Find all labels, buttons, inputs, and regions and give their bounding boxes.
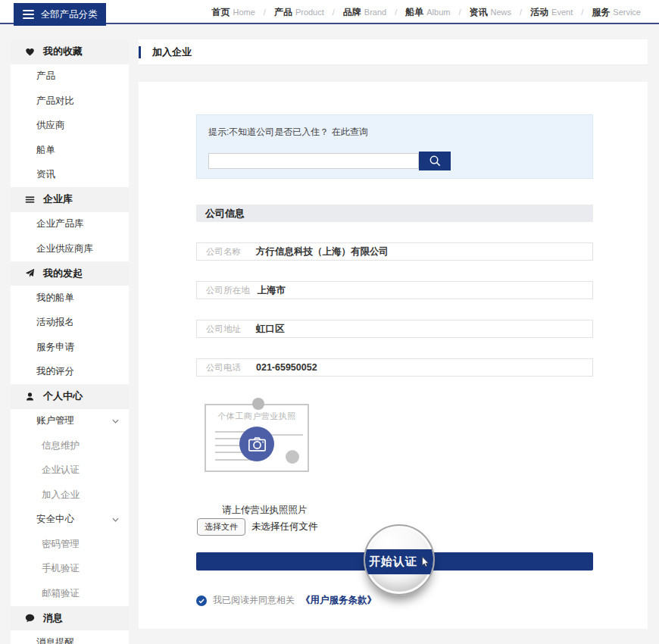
title-accent-bar [139, 46, 141, 58]
sidebar-item[interactable]: 供应商 [11, 114, 129, 139]
sidebar-item[interactable]: 活动报名 [11, 311, 129, 336]
sidebar-item-label: 信息维护 [42, 439, 80, 452]
upload-hint-text: 请上传营业执照照片 [222, 504, 308, 517]
sidebar-item[interactable]: 密码管理 [11, 532, 129, 557]
sidebar-item[interactable]: 产品对比 [11, 89, 129, 114]
chat-icon [25, 613, 35, 623]
nav-item-label-zh: 服务 [592, 6, 610, 19]
field-value: 方行信息科技（上海）有限公司 [256, 245, 389, 258]
sidebar-item[interactable]: 安全中心 [11, 508, 129, 533]
nav-item[interactable]: 资讯 News [470, 6, 512, 19]
sidebar-section-header[interactable]: 个人中心 [11, 384, 129, 409]
sidebar-item-label: 资讯 [36, 168, 55, 181]
company-search-button[interactable] [419, 152, 451, 170]
sidebar-item-label: 安全中心 [36, 513, 74, 526]
list-icon [25, 195, 35, 205]
sidebar-item[interactable]: 账户管理 [11, 409, 129, 434]
file-input-row: 选择文件 未选择任何文件 [197, 518, 318, 536]
sidebar-item-label: 手机验证 [42, 562, 80, 575]
nav-item[interactable]: 品牌 Brand [343, 6, 386, 19]
chevron-down-icon [112, 517, 119, 522]
field-value: 上海市 [258, 284, 286, 297]
field-label: 公司地址 [206, 324, 248, 335]
nav-item[interactable]: 船单 Album [405, 6, 450, 19]
nav-item[interactable]: 首页 Home [211, 6, 255, 19]
choose-file-button[interactable]: 选择文件 [197, 518, 245, 536]
sidebar-item[interactable]: 船单 [11, 138, 129, 163]
sidebar-item[interactable]: 产品 [11, 64, 129, 89]
terms-link[interactable]: 《用户服务条款》 [301, 594, 376, 607]
sidebar-item-label: 消息提醒 [36, 636, 74, 644]
license-dot [286, 450, 299, 464]
nav-item-label-en: Album [426, 8, 450, 17]
sidebar-item[interactable]: 手机验证 [11, 557, 129, 582]
page-title-bar: 加入企业 [139, 39, 648, 65]
all-categories-button[interactable]: 全部产品分类 [14, 3, 106, 26]
chevron-down-icon [112, 419, 119, 424]
sidebar-item[interactable]: 资讯 [11, 163, 129, 188]
sidebar-section-header[interactable]: 企业库 [11, 187, 129, 212]
sidebar-item-label: 企业产品库 [36, 217, 84, 230]
sidebar-item-label: 消息 [43, 611, 63, 625]
license-placeholder-title: 个体工商户营业执照 [206, 411, 308, 422]
nav-item-label-zh: 产品 [274, 6, 292, 19]
sidebar-item[interactable]: 我的船单 [11, 286, 129, 311]
cursor-icon [421, 556, 429, 568]
sidebar-item[interactable]: 企业认证 [11, 458, 129, 483]
pin-dot [252, 398, 264, 410]
nav-item[interactable]: 服务 Service [592, 6, 641, 19]
form-field-row[interactable]: 公司名称 方行信息科技（上海）有限公司 [196, 242, 593, 261]
sidebar-item[interactable]: 信息维护 [11, 433, 129, 458]
top-header: 全部产品分类 首页 Home / 产品 Product / 品牌 Brand /… [0, 0, 659, 24]
sidebar-item-label: 企业供应商库 [36, 242, 93, 255]
nav-separator: / [581, 8, 583, 17]
nav-item-label-en: Brand [364, 8, 386, 17]
nav-item-label-zh: 品牌 [343, 6, 361, 19]
sidebar-item-label: 加入企业 [42, 489, 80, 502]
nav-item-label-zh: 资讯 [470, 6, 488, 19]
nav-separator: / [458, 8, 461, 17]
nav-separator: / [264, 8, 266, 17]
nav-item-label-en: Home [233, 8, 255, 17]
camera-icon [247, 434, 267, 455]
sidebar-section-header[interactable]: 我的收藏 [11, 39, 129, 64]
field-label: 公司所在地 [206, 285, 250, 296]
search-icon [429, 155, 442, 167]
user-icon [25, 392, 35, 402]
company-search-input[interactable] [208, 153, 419, 169]
nav-separator: / [520, 8, 522, 17]
magnified-button-label: 开始认证 [369, 555, 417, 569]
company-search-panel: 提示:不知道公司是否已入住？ 在此查询 [196, 114, 593, 179]
nav-item-label-zh: 活动 [530, 6, 548, 19]
sidebar-item[interactable]: 邮箱验证 [11, 581, 129, 606]
camera-badge [239, 427, 274, 461]
sidebar-item[interactable]: 加入企业 [11, 483, 129, 508]
sidebar-item[interactable]: 我的评分 [11, 360, 129, 385]
sidebar-item-label: 我的船单 [36, 292, 74, 305]
page-title: 加入企业 [152, 45, 192, 59]
nav-item-label-en: Product [295, 8, 324, 17]
nav-separator: / [395, 8, 397, 17]
sidebar-item-label: 企业库 [43, 192, 73, 206]
sidebar-item[interactable]: 企业产品库 [11, 212, 129, 237]
search-row [208, 152, 581, 170]
nav-item[interactable]: 活动 Event [530, 6, 573, 19]
field-label: 公司名称 [206, 246, 248, 258]
field-value: 虹口区 [256, 323, 285, 336]
sidebar-item[interactable]: 企业供应商库 [11, 236, 129, 261]
sidebar-item-label: 个人中心 [43, 389, 83, 403]
sidebar-item[interactable]: 消息提醒 [11, 630, 129, 644]
form-field-row[interactable]: 公司电话 021-65950052 [196, 358, 593, 377]
sidebar-item[interactable]: 服务申请 [11, 335, 129, 360]
sidebar-section-header[interactable]: 我的发起 [11, 261, 129, 286]
agreement-checkbox[interactable] [196, 596, 207, 606]
form-field-row[interactable]: 公司所在地 上海市 [196, 281, 593, 299]
nav-item[interactable]: 产品 Product [274, 6, 324, 19]
sidebar-item-label: 账户管理 [36, 414, 74, 427]
sidebar-item-label: 活动报名 [36, 316, 74, 329]
form-field-row[interactable]: 公司地址 虹口区 [196, 320, 593, 338]
field-value: 021-65950052 [256, 362, 317, 373]
sidebar-item-label: 产品 [36, 70, 55, 83]
sidebar-item-label: 供应商 [36, 119, 65, 132]
sidebar-section-header[interactable]: 消息 [11, 606, 129, 631]
